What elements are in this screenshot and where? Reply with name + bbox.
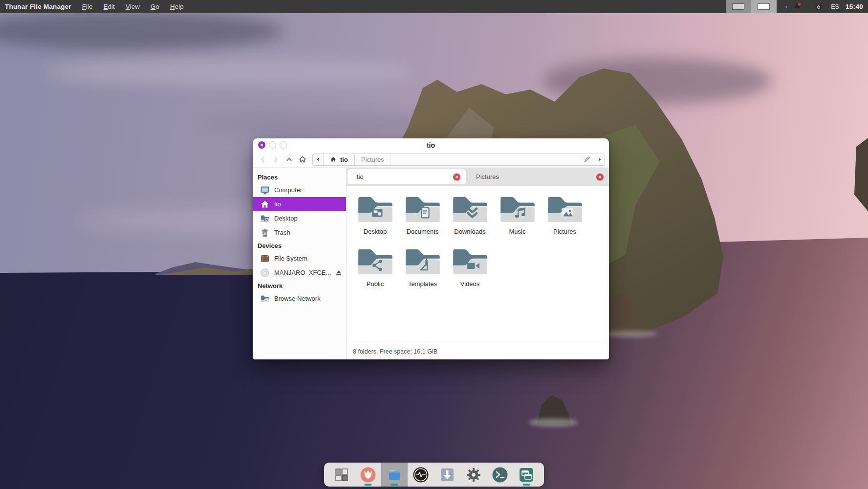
notification-bell-icon[interactable] xyxy=(793,2,802,11)
forward-button[interactable] xyxy=(270,154,282,166)
home-button[interactable] xyxy=(296,154,308,166)
updates-tray-icon[interactable] xyxy=(815,3,823,11)
back-button[interactable] xyxy=(257,154,269,166)
file-desktop[interactable]: Desktop xyxy=(353,193,398,245)
path-segment-label: Pictures xyxy=(361,156,384,163)
path-segment-tio[interactable]: tio xyxy=(324,154,355,165)
titlebar[interactable]: ✕ tio xyxy=(253,138,609,152)
sidebar-item-computer[interactable]: Computer xyxy=(253,183,346,197)
home-icon xyxy=(260,200,270,209)
edit-path-icon[interactable] xyxy=(580,154,594,165)
dock-item-firefox[interactable] xyxy=(355,463,381,487)
menu-go[interactable]: Go xyxy=(151,3,159,10)
file-label: Documents xyxy=(407,228,439,235)
file-music[interactable]: Music xyxy=(495,193,540,245)
harddisk-icon: HDD xyxy=(260,254,270,264)
window-title: tio xyxy=(427,141,435,149)
menu-edit[interactable]: Edit xyxy=(104,3,115,10)
running-indicator xyxy=(391,484,398,486)
sidebar-item-file-system[interactable]: HDDFile System xyxy=(253,251,346,266)
settings-icon xyxy=(464,466,483,484)
sidebar-section-devices: Devices xyxy=(258,242,346,249)
sidebar-item-label: tio xyxy=(274,200,281,208)
sidebar-item-label: Desktop xyxy=(274,215,298,222)
statusbar: 8 folders, Free space: 16,1 GiB xyxy=(347,343,609,359)
tab-pictures[interactable]: Pictures✕ xyxy=(467,168,609,186)
file-public[interactable]: Public xyxy=(353,245,398,297)
dock-item-system-monitor[interactable] xyxy=(408,463,434,487)
path-scroll-right-icon[interactable] xyxy=(594,154,605,165)
clock[interactable]: 15:40 xyxy=(846,3,863,10)
sidebar-item-browse-network[interactable]: Browse Network xyxy=(253,291,346,306)
sidebar-item-label: Computer xyxy=(274,186,302,194)
top-panel: Thunar File Manager FileEditViewGoHelp ›… xyxy=(0,0,868,13)
window-content: PlacesComputertioDesktopTrashDevicesHDDF… xyxy=(253,168,609,359)
dock-item-session-windows[interactable] xyxy=(513,463,540,487)
app-title: Thunar File Manager xyxy=(5,3,71,10)
up-button[interactable] xyxy=(283,154,295,166)
dock-item-settings[interactable] xyxy=(460,463,487,487)
file-label: Public xyxy=(367,280,384,288)
folder-desktop-icon xyxy=(260,214,270,223)
file-label: Downloads xyxy=(454,228,485,235)
sidebar-section-network: Network xyxy=(258,282,346,289)
sidebar-item-trash[interactable]: Trash xyxy=(253,225,346,240)
folder-icon xyxy=(405,195,441,225)
folder-icon xyxy=(357,247,393,277)
folder-icon xyxy=(357,195,393,225)
path-segment-pictures[interactable]: Pictures xyxy=(355,154,391,165)
path-scroll-left-icon[interactable] xyxy=(313,154,324,165)
workspace-1-active[interactable] xyxy=(726,0,751,13)
tray-expand-icon[interactable]: › xyxy=(785,3,787,10)
maximize-button[interactable] xyxy=(280,141,287,149)
status-text: 8 folders, Free space: 16,1 GiB xyxy=(353,348,437,355)
wallpaper-foam xyxy=(604,331,657,337)
path-segment-label: tio xyxy=(340,156,348,163)
menubar: Thunar File Manager FileEditViewGoHelp xyxy=(0,3,184,10)
sidebar-section-places: Places xyxy=(258,174,346,181)
sidebar-item-tio[interactable]: tio xyxy=(253,197,346,211)
workspace-2[interactable] xyxy=(751,0,777,13)
folder-icon xyxy=(452,195,488,225)
tab-close-icon[interactable]: ✕ xyxy=(596,173,604,180)
dock xyxy=(324,463,544,487)
minimize-button[interactable] xyxy=(269,141,276,149)
menu-help[interactable]: Help xyxy=(170,3,184,10)
workspace-switcher xyxy=(726,0,777,13)
eject-button[interactable] xyxy=(335,269,342,276)
path-segments: tioPictures xyxy=(324,154,391,165)
sidebar-item-desktop[interactable]: Desktop xyxy=(253,211,346,225)
menu-view[interactable]: View xyxy=(126,3,140,10)
file-templates[interactable]: Templates xyxy=(400,245,445,297)
close-button[interactable]: ✕ xyxy=(258,141,265,149)
menu-items: FileEditViewGoHelp xyxy=(82,3,184,10)
sidebar-item-label: Trash xyxy=(274,229,290,236)
keyboard-layout-indicator[interactable]: ES xyxy=(831,3,839,10)
tray: › ES 15:40 xyxy=(726,0,868,13)
trash-icon xyxy=(260,228,270,238)
file-videos[interactable]: Videos xyxy=(448,245,493,297)
disc-icon xyxy=(260,268,270,278)
pathbar: tioPictures xyxy=(312,154,605,166)
wallpaper-cloud xyxy=(44,58,415,86)
dock-item-terminal[interactable] xyxy=(487,463,513,487)
dock-item-file-manager[interactable] xyxy=(381,463,408,487)
dock-item-downloader[interactable] xyxy=(434,463,460,487)
sidebar-item-manjaro-xfce[interactable]: MANJARO_XFCE... xyxy=(253,266,346,280)
menu-file[interactable]: File xyxy=(82,3,93,10)
file-documents[interactable]: Documents xyxy=(400,193,445,245)
session-windows-icon xyxy=(517,466,536,484)
file-downloads[interactable]: Downloads xyxy=(448,193,493,245)
file-grid: DesktopDocumentsDownloadsMusicPicturesPu… xyxy=(347,186,609,343)
sidebar-item-label: Browse Network xyxy=(274,295,321,302)
workspace-window-preview xyxy=(758,3,770,10)
sidebar-item-label: File System xyxy=(274,255,307,262)
file-pictures[interactable]: Pictures xyxy=(542,193,587,245)
terminal-icon xyxy=(491,466,509,484)
sidebar: PlacesComputertioDesktopTrashDevicesHDDF… xyxy=(253,168,347,359)
dock-item-app-grid[interactable] xyxy=(328,463,355,487)
tab-tio[interactable]: tio✕ xyxy=(347,169,466,184)
workspace-window-preview xyxy=(732,3,744,10)
folder-icon xyxy=(499,195,536,225)
tab-close-icon[interactable]: ✕ xyxy=(453,173,460,180)
